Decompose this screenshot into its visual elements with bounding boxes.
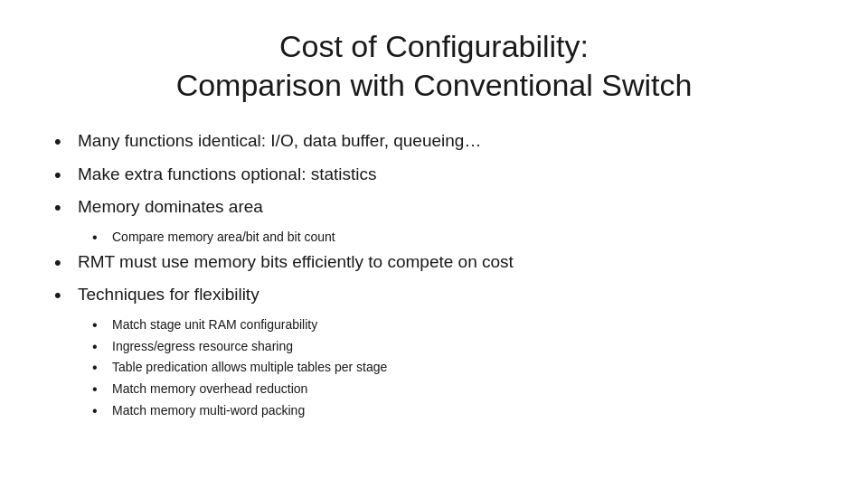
list-item: • Memory dominates area — [54, 195, 814, 221]
title-line2: Comparison with Conventional Switch — [54, 66, 814, 105]
list-item: • Table predication allows multiple tabl… — [54, 359, 814, 378]
list-item: • Match memory multi-word packing — [54, 402, 814, 421]
bullet-text: Ingress/egress resource sharing — [112, 338, 293, 356]
bullet-dot: • — [92, 229, 108, 248]
list-item: • Ingress/egress resource sharing — [54, 338, 814, 357]
bullet-text: Techniques for flexibility — [78, 283, 259, 307]
bullet-dot: • — [92, 380, 108, 399]
bullet-text: Table predication allows multiple tables… — [112, 359, 387, 377]
list-item: • Many functions identical: I/O, data bu… — [54, 129, 814, 155]
list-item: • Techniques for flexibility — [54, 283, 814, 309]
slide-content: • Many functions identical: I/O, data bu… — [54, 129, 814, 461]
bullet-dot: • — [92, 402, 108, 421]
bullet-dot: • — [92, 316, 108, 335]
list-item: • Make extra functions optional: statist… — [54, 163, 814, 189]
list-item: • Compare memory area/bit and bit count — [54, 229, 814, 248]
bullet-text: Match stage unit RAM configurability — [112, 316, 317, 334]
bullet-dot: • — [54, 283, 74, 309]
bullet-dot: • — [54, 163, 74, 189]
list-item: • Match memory overhead reduction — [54, 380, 814, 399]
bullet-dot: • — [54, 250, 74, 277]
bullet-dot: • — [92, 338, 108, 357]
bullet-text: Compare memory area/bit and bit count — [112, 229, 335, 247]
slide: Cost of Configurability: Comparison with… — [0, 0, 868, 488]
slide-title: Cost of Configurability: Comparison with… — [54, 27, 814, 104]
bullet-text: Make extra functions optional: statistic… — [78, 163, 377, 187]
bullet-text: Match memory overhead reduction — [112, 380, 307, 399]
title-line1: Cost of Configurability: — [54, 27, 814, 66]
bullet-dot: • — [54, 195, 74, 221]
bullet-text: Match memory multi-word packing — [112, 402, 305, 420]
bullet-text: RMT must use memory bits efficiently to … — [78, 250, 514, 275]
list-item: • Match stage unit RAM configurability — [54, 316, 814, 335]
bullet-dot: • — [92, 359, 108, 378]
bullet-text: Memory dominates area — [78, 195, 263, 220]
bullet-text: Many functions identical: I/O, data buff… — [78, 129, 481, 154]
bullet-dot: • — [54, 129, 74, 155]
list-item: • RMT must use memory bits efficiently t… — [54, 250, 814, 277]
